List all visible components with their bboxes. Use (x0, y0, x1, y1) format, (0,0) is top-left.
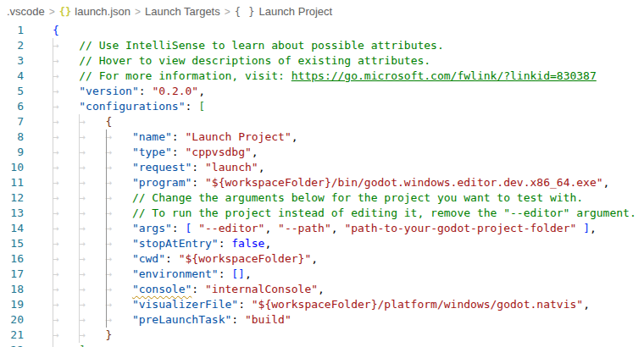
code-line[interactable]: 2→// Use IntelliSense to learn about pos… (0, 38, 644, 53)
indent-guide (106, 129, 107, 328)
tab-whitespace-icon: → (79, 175, 105, 190)
code-line[interactable]: 22→] (0, 343, 644, 347)
tab-whitespace-icon: → (53, 175, 79, 190)
code-line[interactable]: 15→→→"stopAtEntry": false, (0, 236, 644, 251)
code-token: "internalConsole" (205, 283, 318, 295)
code-token: "cwd" (132, 252, 165, 265)
code-token: "${workspaceFolder}/bin/godot.windows.ed… (205, 176, 603, 189)
line-number[interactable]: 10 (0, 160, 24, 175)
line-number[interactable]: 8 (0, 129, 24, 145)
code-token: : (192, 176, 205, 189)
code-token: : (139, 85, 153, 97)
code-line[interactable]: 19→→→"visualizerFile": "${workspaceFolde… (0, 297, 644, 312)
code-line[interactable]: 21→→} (0, 328, 644, 343)
code-line[interactable]: 5→"version": "0.2.0", (0, 84, 644, 99)
tab-whitespace-icon: → (53, 99, 79, 114)
line-number[interactable]: 6 (0, 99, 24, 114)
code-token: : (172, 130, 186, 143)
line-number[interactable]: 9 (0, 145, 24, 160)
line-number[interactable]: 7 (0, 114, 24, 129)
tab-whitespace-icon: → (53, 38, 79, 53)
tab-whitespace-icon: → (53, 206, 79, 221)
line-number[interactable]: 2 (0, 38, 24, 53)
code-token: "preLaunchTask" (132, 313, 231, 326)
code-token: // Change the arguments below for the pr… (132, 191, 583, 204)
code-token: "path-to-your-godot-project-folder" (344, 222, 576, 234)
tab-whitespace-icon: → (106, 190, 132, 206)
code-token: "--path" (278, 222, 331, 234)
code-line[interactable]: 20→→→"preLaunchTask": "build" (0, 312, 644, 328)
breadcrumb-item-label: launch.json (75, 5, 130, 18)
breadcrumb-item-launch-project[interactable]: { } Launch Project (235, 5, 332, 18)
code-line[interactable]: 8→→→"name": "Launch Project", (0, 129, 644, 145)
code-token: } (106, 328, 113, 341)
tab-whitespace-icon: → (53, 267, 79, 282)
code-line[interactable]: 6→"configurations": [ (0, 99, 644, 114)
tab-whitespace-icon: → (106, 129, 132, 145)
code-token: "name" (132, 130, 172, 143)
code-line[interactable]: 7→→{ (0, 114, 644, 129)
line-number[interactable]: 22 (0, 343, 24, 347)
line-number[interactable]: 4 (0, 69, 24, 84)
tab-whitespace-icon: → (106, 160, 132, 175)
code-line[interactable]: 1{ (0, 23, 644, 38)
breadcrumb-item-label: Launch Targets (145, 5, 220, 18)
code-token: : (186, 100, 199, 113)
editor[interactable]: 1{2→// Use IntelliSense to learn about p… (0, 23, 644, 347)
code-line[interactable]: 11→→→"program": "${workspaceFolder}/bin/… (0, 175, 644, 190)
code-token: "build" (245, 313, 291, 326)
code-token: : (192, 283, 205, 295)
line-number[interactable]: 1 (0, 23, 24, 38)
code-line[interactable]: 12→→→// Change the arguments below for t… (0, 190, 644, 206)
code-line[interactable]: 16→→→"cwd": "${workspaceFolder}", (0, 251, 644, 267)
line-number[interactable]: 11 (0, 175, 24, 190)
code-token: "console" (132, 283, 192, 295)
tab-whitespace-icon: → (106, 282, 132, 297)
code-lines: 1{2→// Use IntelliSense to learn about p… (0, 23, 644, 347)
tab-whitespace-icon: → (79, 160, 105, 175)
breadcrumb-item-vscode[interactable]: .vscode (7, 5, 45, 18)
tab-whitespace-icon: → (79, 145, 105, 160)
code-line[interactable]: 14→→→"args": [ "--editor", "--path", "pa… (0, 221, 644, 236)
line-number[interactable]: 14 (0, 221, 24, 236)
breadcrumb: .vscode > {} launch.json > Launch Target… (0, 0, 644, 23)
line-number[interactable]: 18 (0, 282, 24, 297)
tab-whitespace-icon: → (53, 114, 79, 129)
code-token: , (264, 237, 271, 250)
line-number[interactable]: 3 (0, 53, 24, 69)
code-token: "${workspaceFolder}/platform/windows/god… (252, 298, 583, 311)
line-number[interactable]: 12 (0, 190, 24, 206)
tab-whitespace-icon: → (79, 236, 105, 251)
tab-whitespace-icon: → (79, 267, 105, 282)
code-line[interactable]: 10→→→"request": "launch", (0, 160, 644, 175)
line-number[interactable]: 20 (0, 312, 24, 328)
line-number[interactable]: 5 (0, 84, 24, 99)
code-line[interactable]: 3→// Hover to view descriptions of exist… (0, 53, 644, 69)
comment-link[interactable]: https://go.microsoft.com/fwlink/?linkid=… (291, 69, 597, 82)
line-number[interactable]: 21 (0, 328, 24, 343)
code-token: "version" (79, 85, 138, 97)
tab-whitespace-icon: → (53, 282, 79, 297)
code-token: "stopAtEntry" (132, 237, 219, 250)
line-number[interactable]: 16 (0, 251, 24, 267)
code-line[interactable]: 18→→→"console": "internalConsole", (0, 282, 644, 297)
breadcrumb-item-launch-targets[interactable]: Launch Targets (145, 5, 220, 18)
code-line[interactable]: 4→// For more information, visit: https:… (0, 69, 644, 84)
code-line[interactable]: 13→→→// To run the project instead of ed… (0, 206, 644, 221)
tab-whitespace-icon: → (53, 297, 79, 312)
code-line[interactable]: 17→→→"environment": [], (0, 267, 644, 282)
tab-whitespace-icon: → (53, 160, 79, 175)
tab-whitespace-icon: → (106, 267, 132, 282)
line-number[interactable]: 19 (0, 297, 24, 312)
code-token: // Use IntelliSense to learn about possi… (79, 39, 443, 52)
line-number[interactable]: 17 (0, 267, 24, 282)
breadcrumb-item-launch-json[interactable]: {} launch.json (59, 5, 130, 18)
line-number[interactable]: 13 (0, 206, 24, 221)
code-token: { (106, 115, 113, 128)
line-number[interactable]: 15 (0, 236, 24, 251)
code-token: : (172, 146, 186, 158)
tab-whitespace-icon: → (79, 251, 105, 267)
tab-whitespace-icon: → (106, 297, 132, 312)
code-line[interactable]: 9→→→"type": "cppvsdbg", (0, 145, 644, 160)
code-token: "--editor" (198, 222, 264, 234)
